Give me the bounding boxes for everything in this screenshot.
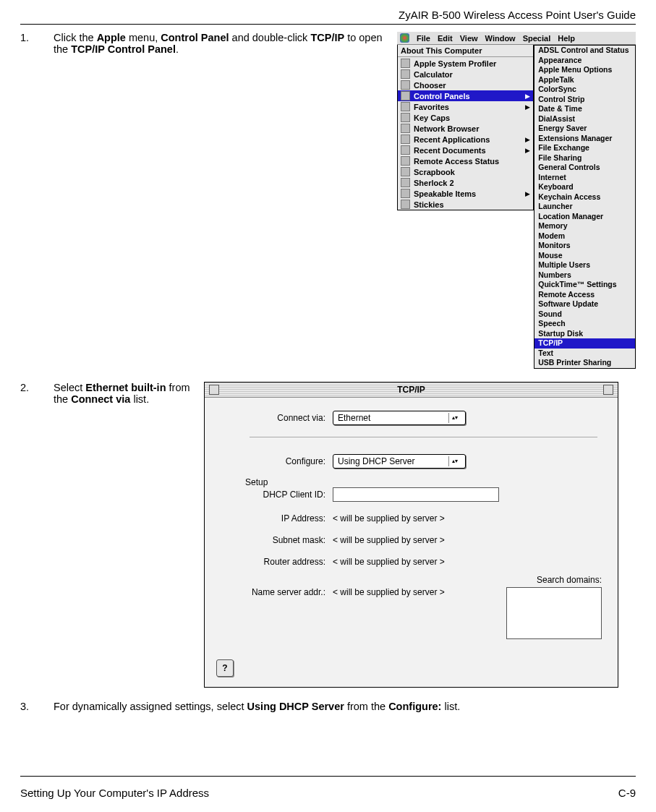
control-panel-item[interactable]: File Exchange: [534, 143, 635, 153]
mac-menubar: File Edit View Window Special Help: [397, 32, 636, 45]
apple-menu-screenshot: File Edit View Window Special Help About…: [397, 32, 636, 369]
menu-item-label: Key Caps: [414, 114, 450, 122]
apple-menu-item[interactable]: Speakable Items▶: [398, 188, 533, 199]
control-panel-item[interactable]: General Controls: [534, 163, 635, 173]
menubar-edit[interactable]: Edit: [438, 34, 453, 43]
control-panel-item[interactable]: Apple Menu Options: [534, 65, 635, 75]
zoom-button[interactable]: [603, 385, 613, 395]
search-domains-label: Search domains:: [537, 575, 602, 585]
menubar-special[interactable]: Special: [523, 34, 551, 43]
control-panel-item[interactable]: Control Strip: [534, 95, 635, 105]
page: ZyAIR B-500 Wireless Access Point User's…: [0, 0, 656, 812]
footer-chapter: Setting Up Your Computer's IP Address: [20, 787, 209, 799]
control-panel-item[interactable]: File Sharing: [534, 153, 635, 163]
popup-arrow-icon: ▴▾: [448, 413, 461, 423]
menu-item-icon: [401, 145, 410, 155]
help-button[interactable]: ?: [216, 659, 234, 677]
menu-item-label: Remote Access Status: [414, 157, 499, 166]
menu-item-icon: [401, 189, 410, 198]
step3-row: 3. For dynamically assigned settings, se…: [20, 701, 636, 712]
subnet-mask-label: Subnet mask:: [221, 535, 333, 545]
subnet-mask-value: < will be supplied by server >: [333, 535, 445, 545]
apple-menu-item[interactable]: Recent Documents▶: [398, 145, 533, 155]
menu-item-label: Speakable Items: [414, 189, 476, 198]
control-panel-item[interactable]: Numbers: [534, 270, 635, 281]
apple-menu-item[interactable]: Network Browser: [398, 123, 533, 134]
menu-item-label: Calculator: [414, 70, 453, 79]
step3-number: 3.: [20, 701, 41, 712]
apple-menu-item[interactable]: Control Panels▶: [398, 90, 533, 101]
apple-menu-item[interactable]: Scrapbook: [398, 166, 533, 177]
control-panel-item[interactable]: Appearance: [534, 56, 635, 66]
control-panel-item[interactable]: Internet: [534, 173, 635, 183]
control-panel-item[interactable]: Remote Access: [534, 290, 635, 300]
control-panel-item[interactable]: Text: [534, 349, 635, 359]
apple-menu-item[interactable]: Stickies: [398, 199, 533, 210]
menubar-file[interactable]: File: [417, 34, 430, 43]
apple-menu-about[interactable]: About This Computer: [398, 45, 533, 56]
apple-menu-item[interactable]: Sherlock 2: [398, 177, 533, 188]
apple-menu-item[interactable]: Favorites▶: [398, 101, 533, 112]
search-domains-input[interactable]: [506, 587, 602, 639]
submenu-arrow-icon: ▶: [525, 136, 530, 143]
control-panel-item[interactable]: Modem: [534, 231, 635, 242]
popup-arrow-icon: ▴▾: [448, 456, 461, 466]
nameserver-value: < will be supplied by server >: [333, 587, 445, 597]
apple-icon[interactable]: [400, 33, 409, 43]
menu-item-label: Apple System Profiler: [414, 59, 496, 68]
apple-menu-item[interactable]: Recent Applications▶: [398, 134, 533, 145]
step2-text: Select Ethernet built-in from the Connec…: [54, 382, 191, 688]
dhcp-client-id-input[interactable]: [333, 487, 499, 502]
window-titlebar: TCP/IP: [205, 383, 618, 398]
control-panel-item[interactable]: AppleTalk: [534, 75, 635, 85]
control-panel-item[interactable]: ADSL Control and Status: [534, 46, 635, 56]
submenu-arrow-icon: ▶: [525, 103, 530, 111]
control-panel-item[interactable]: ColorSync: [534, 85, 635, 95]
menu-item-icon: [401, 91, 410, 101]
control-panel-item[interactable]: Keyboard: [534, 182, 635, 192]
apple-menu-item[interactable]: Calculator: [398, 69, 533, 80]
control-panel-item[interactable]: Speech: [534, 319, 635, 329]
control-panel-item[interactable]: Monitors: [534, 241, 635, 251]
submenu-arrow-icon: ▶: [525, 93, 530, 100]
configure-label: Configure:: [221, 456, 333, 466]
control-panel-item[interactable]: Multiple Users: [534, 260, 635, 270]
menu-item-icon: [401, 59, 410, 68]
apple-menu-item[interactable]: Key Caps: [398, 112, 533, 123]
control-panel-item[interactable]: Sound: [534, 309, 635, 320]
control-panel-item[interactable]: Software Update: [534, 299, 635, 309]
control-panel-item[interactable]: Mouse: [534, 251, 635, 261]
control-panel-item[interactable]: Memory: [534, 221, 635, 231]
setup-group-label: Setup: [242, 477, 271, 487]
close-button[interactable]: [209, 385, 219, 395]
menubar-view[interactable]: View: [460, 34, 478, 43]
control-panel-item[interactable]: USB Printer Sharing: [534, 358, 635, 368]
control-panel-item[interactable]: DialAssist: [534, 114, 635, 124]
menubar-help[interactable]: Help: [558, 34, 575, 43]
apple-menu-item[interactable]: Chooser: [398, 80, 533, 90]
router-address-label: Router address:: [221, 557, 333, 567]
step1-row: 1. Click the Apple menu, Control Panel a…: [20, 32, 636, 369]
connect-via-popup[interactable]: Ethernet ▴▾: [333, 411, 466, 425]
menubar-window[interactable]: Window: [485, 34, 516, 43]
dhcp-client-id-label: DHCP Client ID:: [221, 490, 333, 500]
header-rule: [20, 24, 636, 25]
control-panel-item[interactable]: Keychain Access: [534, 192, 635, 202]
control-panel-item[interactable]: Extensions Manager: [534, 134, 635, 144]
menu-item-label: Chooser: [414, 81, 446, 90]
control-panel-item[interactable]: Date & Time: [534, 104, 635, 114]
control-panel-item[interactable]: TCP/IP: [534, 338, 635, 349]
step1-text: Click the Apple menu, Control Panel and …: [54, 32, 384, 369]
apple-menu-item[interactable]: Remote Access Status: [398, 155, 533, 166]
menu-item-icon: [401, 69, 410, 79]
control-panel-item[interactable]: Launcher: [534, 202, 635, 212]
control-panel-item[interactable]: QuickTime™ Settings: [534, 280, 635, 290]
submenu-arrow-icon: ▶: [525, 147, 530, 154]
menu-item-icon: [401, 124, 410, 133]
apple-menu-item[interactable]: Apple System Profiler: [398, 58, 533, 69]
configure-popup[interactable]: Using DHCP Server ▴▾: [333, 454, 466, 469]
control-panel-item[interactable]: Energy Saver: [534, 124, 635, 134]
submenu-arrow-icon: ▶: [525, 190, 530, 197]
control-panel-item[interactable]: Location Manager: [534, 212, 635, 222]
control-panel-item[interactable]: Startup Disk: [534, 329, 635, 339]
